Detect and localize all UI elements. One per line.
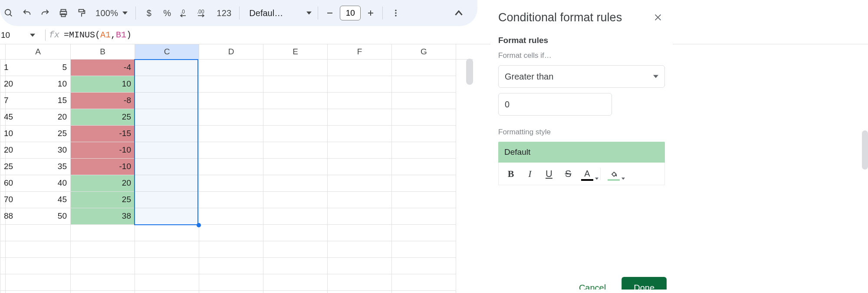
- cell[interactable]: 45: [0, 109, 6, 125]
- cell[interactable]: 25: [71, 109, 135, 125]
- style-preview[interactable]: Default: [498, 142, 665, 163]
- cell[interactable]: 30: [6, 142, 71, 158]
- font-size-input[interactable]: [340, 6, 361, 20]
- cell[interactable]: [199, 59, 263, 76]
- cell[interactable]: [392, 274, 456, 290]
- cell[interactable]: 25: [71, 191, 135, 208]
- cell[interactable]: [6, 274, 71, 290]
- column-header[interactable]: E: [263, 44, 328, 59]
- cell[interactable]: 15: [6, 92, 71, 109]
- cell[interactable]: [263, 92, 328, 109]
- cell[interactable]: [0, 241, 6, 257]
- cell[interactable]: 20: [0, 142, 6, 158]
- cell[interactable]: 38: [71, 208, 135, 224]
- decrease-font-button[interactable]: [322, 4, 337, 22]
- cell[interactable]: 35: [6, 158, 71, 175]
- cell[interactable]: [392, 76, 456, 92]
- cell[interactable]: [71, 257, 135, 274]
- cell[interactable]: [392, 208, 456, 224]
- cell[interactable]: [392, 191, 456, 208]
- column-header[interactable]: G: [392, 44, 456, 59]
- cell[interactable]: 45: [6, 191, 71, 208]
- cell[interactable]: [71, 290, 135, 293]
- cell[interactable]: [392, 257, 456, 274]
- more-menu-button[interactable]: [387, 4, 404, 22]
- cell[interactable]: [263, 290, 328, 293]
- cell[interactable]: [328, 175, 392, 191]
- cell[interactable]: [199, 290, 263, 293]
- cell[interactable]: [199, 109, 263, 125]
- formula-input[interactable]: =MINUS(A1,B1): [64, 30, 868, 40]
- cell[interactable]: [392, 92, 456, 109]
- cell[interactable]: [392, 142, 456, 158]
- cell[interactable]: [328, 158, 392, 175]
- cell[interactable]: [0, 257, 6, 274]
- redo-button[interactable]: [36, 4, 54, 22]
- cell[interactable]: [199, 125, 263, 142]
- cell[interactable]: [328, 224, 392, 241]
- cell[interactable]: 20: [6, 109, 71, 125]
- cell[interactable]: [135, 92, 199, 109]
- cell[interactable]: 88: [0, 208, 6, 224]
- cell[interactable]: [71, 241, 135, 257]
- cell[interactable]: 20: [71, 175, 135, 191]
- paint-format-button[interactable]: [73, 4, 90, 22]
- cell[interactable]: [0, 224, 6, 241]
- cell[interactable]: [392, 125, 456, 142]
- strikethrough-button[interactable]: S: [559, 165, 577, 183]
- cell[interactable]: [199, 76, 263, 92]
- cell[interactable]: 50: [6, 208, 71, 224]
- cell[interactable]: 5: [6, 59, 71, 76]
- cell[interactable]: [328, 290, 392, 293]
- column-header[interactable]: [456, 44, 473, 59]
- done-button[interactable]: Done: [621, 277, 667, 293]
- cell[interactable]: [135, 224, 199, 241]
- cell[interactable]: 10: [6, 76, 71, 92]
- more-formats-button[interactable]: 123: [213, 4, 235, 22]
- cell[interactable]: [263, 257, 328, 274]
- decrease-decimal-button[interactable]: .0: [177, 4, 194, 22]
- cell[interactable]: [6, 290, 71, 293]
- cell[interactable]: [392, 224, 456, 241]
- cell[interactable]: [135, 76, 199, 92]
- cell[interactable]: [135, 59, 199, 76]
- cell[interactable]: [199, 158, 263, 175]
- cell[interactable]: [135, 191, 199, 208]
- cell[interactable]: [328, 142, 392, 158]
- cell[interactable]: -15: [71, 125, 135, 142]
- condition-value-input[interactable]: 0: [498, 93, 612, 116]
- column-header[interactable]: B: [71, 44, 135, 59]
- cell[interactable]: [135, 274, 199, 290]
- cell[interactable]: -4: [71, 59, 135, 76]
- condition-select[interactable]: Greater than: [498, 65, 665, 88]
- cell[interactable]: [199, 191, 263, 208]
- increase-decimal-button[interactable]: .00: [195, 4, 212, 22]
- cell[interactable]: [0, 290, 6, 293]
- column-header[interactable]: F: [328, 44, 392, 59]
- column-header[interactable]: C: [135, 44, 199, 59]
- cell[interactable]: -10: [71, 158, 135, 175]
- cell[interactable]: [199, 142, 263, 158]
- cell[interactable]: [263, 241, 328, 257]
- cell[interactable]: [328, 109, 392, 125]
- name-box[interactable]: 10: [0, 30, 26, 40]
- cell[interactable]: [263, 191, 328, 208]
- cell[interactable]: 20: [0, 76, 6, 92]
- cell[interactable]: [199, 92, 263, 109]
- spreadsheet-grid[interactable]: ABCDEFG 15-4201010715-84520251025-152030…: [0, 44, 473, 293]
- cell[interactable]: [392, 109, 456, 125]
- cell[interactable]: [263, 208, 328, 224]
- cell[interactable]: [199, 175, 263, 191]
- cell[interactable]: 25: [0, 158, 6, 175]
- cell[interactable]: 70: [0, 191, 6, 208]
- cell[interactable]: [71, 274, 135, 290]
- cell[interactable]: [135, 125, 199, 142]
- cell[interactable]: 1: [0, 59, 6, 76]
- cell[interactable]: [328, 92, 392, 109]
- column-header[interactable]: A: [6, 44, 71, 59]
- cell[interactable]: [135, 257, 199, 274]
- cell[interactable]: [6, 257, 71, 274]
- cell[interactable]: [392, 241, 456, 257]
- cell[interactable]: [199, 224, 263, 241]
- cell[interactable]: [263, 158, 328, 175]
